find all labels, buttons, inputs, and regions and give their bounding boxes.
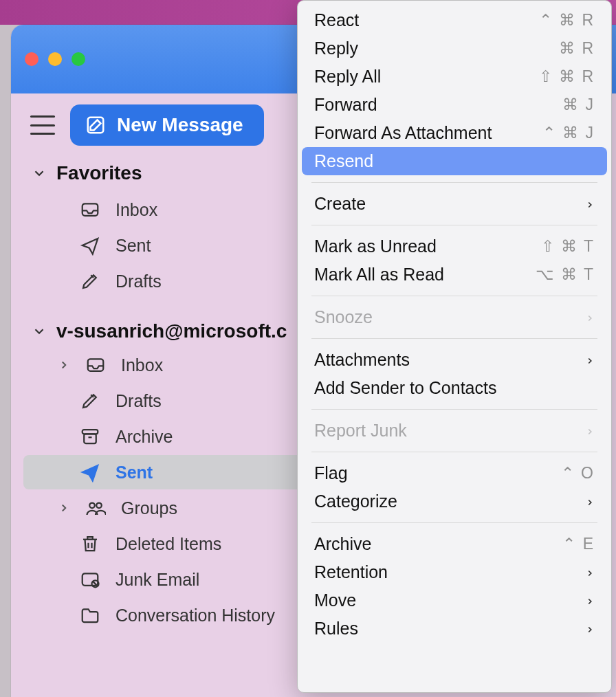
menu-item-label: Reply All: [314, 67, 381, 87]
inbox-icon: [80, 199, 100, 220]
account-label: v-susanrich@microsoft.c: [56, 320, 287, 342]
menu-shortcut: ⌥ ⌘ T: [536, 265, 595, 284]
folder-label: Drafts: [116, 272, 162, 291]
folder-label: Sent: [116, 463, 153, 483]
submenu-arrow-icon: [585, 590, 595, 610]
menu-item-mark-all-as-read[interactable]: Mark All as Read⌥ ⌘ T: [302, 261, 607, 289]
menu-item-mark-as-unread[interactable]: Mark as Unread⇧ ⌘ T: [302, 232, 607, 261]
menu-item-snooze: Snooze: [302, 303, 607, 331]
menu-item-categorize[interactable]: Categorize: [302, 487, 607, 516]
menu-item-label: Add Sender to Contacts: [314, 378, 496, 398]
new-message-label: New Message: [117, 114, 243, 136]
submenu-arrow-icon: [585, 421, 595, 441]
inbox-icon: [85, 355, 106, 375]
menu-item-reply[interactable]: Reply⌘ R: [302, 34, 607, 63]
menu-item-forward-as-attachment[interactable]: Forward As Attachment⌃ ⌘ J: [302, 119, 607, 147]
svg-point-6: [89, 503, 95, 509]
menu-item-reply-all[interactable]: Reply All⇧ ⌘ R: [302, 63, 607, 91]
menu-item-move[interactable]: Move: [302, 586, 607, 615]
menu-item-label: Move: [314, 590, 356, 610]
chevron-down-icon: [32, 166, 47, 181]
menu-item-label: Rules: [314, 619, 358, 639]
menu-item-label: React: [314, 10, 359, 30]
trash-icon: [80, 533, 100, 554]
window-controls: [25, 52, 85, 66]
menu-item-react[interactable]: React⌃ ⌘ R: [302, 6, 607, 34]
menu-item-label: Attachments: [314, 350, 410, 370]
svg-point-7: [96, 503, 102, 509]
menu-shortcut: ⌘ R: [559, 39, 595, 58]
minimize-window-button[interactable]: [48, 52, 62, 66]
menu-separator: [311, 225, 597, 225]
submenu-arrow-icon: [585, 194, 595, 214]
menu-item-forward[interactable]: Forward⌘ J: [302, 91, 607, 119]
menu-item-label: Archive: [314, 534, 371, 554]
svg-rect-4: [84, 434, 96, 443]
menu-item-label: Forward: [314, 95, 377, 115]
folder-label: Groups: [121, 498, 177, 518]
menu-separator: [311, 522, 597, 523]
folder-label: Sent: [116, 236, 151, 256]
menu-item-label: Mark All as Read: [314, 265, 444, 285]
menu-separator: [311, 452, 597, 452]
submenu-arrow-icon: [585, 562, 595, 582]
menu-item-label: Resend: [314, 151, 373, 171]
menu-shortcut: ⇧ ⌘ T: [541, 237, 595, 256]
menu-shortcut: ⌃ E: [562, 535, 595, 553]
drafts-icon: [80, 271, 100, 291]
archive-icon: [80, 426, 100, 447]
menu-item-label: Snooze: [314, 307, 373, 327]
fullscreen-window-button[interactable]: [72, 52, 85, 66]
menu-shortcut: ⇧ ⌘ R: [539, 67, 595, 86]
sent-icon: [80, 462, 100, 483]
menu-item-archive[interactable]: Archive⌃ E: [302, 530, 607, 558]
menu-item-label: Create: [314, 194, 366, 214]
folder-label: Deleted Items: [116, 534, 221, 554]
folder-label: Junk Email: [116, 570, 199, 590]
folder-label: Drafts: [116, 391, 162, 411]
menu-item-label: Reply: [314, 38, 358, 58]
chevron-right-icon[interactable]: [58, 502, 70, 514]
folder-label: Conversation History: [116, 606, 275, 626]
menu-item-label: Categorize: [314, 491, 397, 511]
menu-item-flag[interactable]: Flag⌃ O: [302, 459, 607, 487]
menu-item-label: Retention: [314, 562, 388, 582]
menu-separator: [311, 338, 597, 339]
menu-item-rules[interactable]: Rules: [302, 615, 607, 643]
menu-item-add-sender-to-contacts[interactable]: Add Sender to Contacts: [302, 374, 607, 402]
hamburger-menu-button[interactable]: [30, 115, 55, 135]
menu-item-label: Forward As Attachment: [314, 123, 492, 143]
junk-icon: [80, 569, 100, 590]
chevron-right-icon[interactable]: [58, 359, 70, 371]
favorites-label: Favorites: [56, 162, 142, 184]
compose-icon: [85, 115, 106, 135]
menu-separator: [311, 296, 597, 296]
menu-shortcut: ⌘ J: [562, 96, 595, 114]
folder-icon: [80, 605, 100, 626]
menu-item-resend[interactable]: Resend: [302, 147, 607, 175]
new-message-button[interactable]: New Message: [70, 104, 264, 146]
menu-item-attachments[interactable]: Attachments: [302, 346, 607, 374]
groups-icon: [85, 498, 106, 518]
menu-item-label: Flag: [314, 463, 348, 483]
folder-label: Archive: [116, 427, 173, 447]
submenu-arrow-icon: [585, 619, 595, 639]
sent-icon: [80, 235, 100, 256]
context-menu: React⌃ ⌘ RReply⌘ RReply All⇧ ⌘ RForward⌘…: [297, 0, 612, 693]
menu-item-report-junk: Report Junk: [302, 417, 607, 445]
menu-item-label: Report Junk: [314, 421, 407, 441]
drafts-icon: [80, 390, 100, 411]
menu-separator: [311, 409, 597, 410]
menu-item-retention[interactable]: Retention: [302, 558, 607, 586]
menu-item-create[interactable]: Create: [302, 190, 607, 218]
chevron-down-icon: [32, 324, 47, 339]
close-window-button[interactable]: [25, 52, 38, 66]
folder-label: Inbox: [121, 355, 163, 375]
submenu-arrow-icon: [585, 491, 595, 511]
submenu-arrow-icon: [585, 350, 595, 370]
folder-label: Inbox: [116, 200, 157, 220]
submenu-arrow-icon: [585, 307, 595, 327]
menu-item-label: Mark as Unread: [314, 236, 437, 256]
menu-separator: [311, 182, 597, 183]
menu-shortcut: ⌃ ⌘ J: [542, 124, 595, 142]
